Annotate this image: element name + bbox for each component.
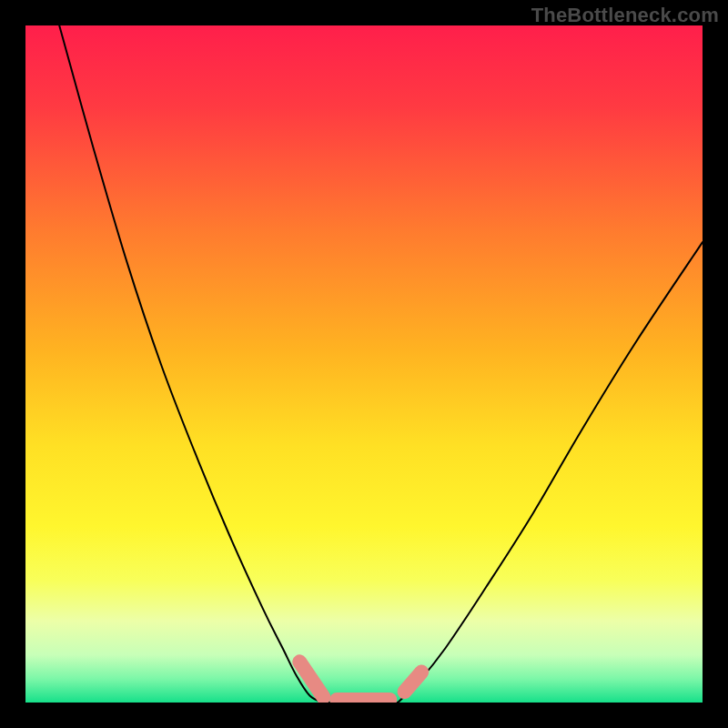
chart-frame: TheBottleneck.com [0, 0, 728, 728]
gradient-background [25, 25, 703, 703]
chart-svg [25, 25, 703, 703]
plot-area [25, 25, 703, 703]
watermark-text: TheBottleneck.com [531, 4, 719, 27]
